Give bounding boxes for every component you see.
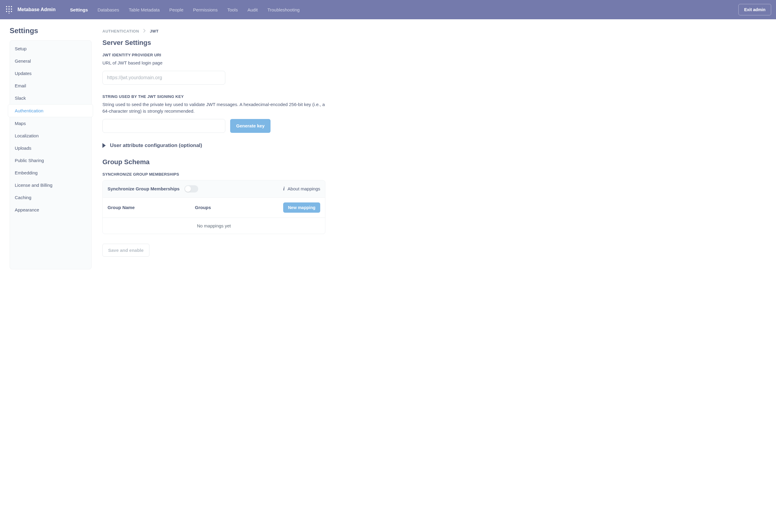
- signing-key-desc: String used to seed the private key used…: [103, 101, 325, 115]
- top-nav-item-audit[interactable]: Audit: [247, 7, 257, 12]
- disclosure-label: User attribute configuration (optional): [110, 143, 202, 149]
- signing-key-label: STRING USED BY THE JWT SIGNING KEY: [103, 94, 325, 99]
- top-nav-items: SettingsDatabasesTable MetadataPeoplePer…: [70, 7, 739, 12]
- group-schema-heading: Group Schema: [103, 158, 325, 166]
- breadcrumb-current: JWT: [150, 29, 159, 33]
- new-mapping-button[interactable]: New mapping: [283, 202, 320, 213]
- col-group-name: Group Name: [108, 205, 195, 210]
- breadcrumb: AUTHENTICATION JWT: [103, 29, 325, 33]
- sync-section-label: SYNCHRONIZE GROUP MEMBERSHIPS: [103, 172, 325, 177]
- jwt-uri-input[interactable]: [103, 71, 225, 84]
- about-mappings-label: About mappings: [288, 186, 320, 191]
- svg-point-9: [9, 13, 10, 14]
- svg-point-6: [6, 11, 7, 12]
- sidebar-item-localization[interactable]: Localization: [10, 130, 91, 142]
- svg-point-1: [8, 6, 10, 7]
- svg-point-0: [6, 6, 7, 7]
- user-attribute-disclosure[interactable]: User attribute configuration (optional): [103, 143, 325, 149]
- svg-point-5: [11, 8, 12, 10]
- chevron-right-icon: [143, 29, 146, 33]
- sidebar-item-email[interactable]: Email: [10, 79, 91, 92]
- svg-point-4: [8, 8, 10, 10]
- signing-key-input[interactable]: [103, 119, 225, 133]
- sync-toggle[interactable]: [184, 185, 198, 192]
- col-groups: Groups: [195, 205, 211, 210]
- sidebar-item-slack[interactable]: Slack: [10, 92, 91, 104]
- info-icon: i: [283, 186, 284, 192]
- page-title: Settings: [10, 26, 91, 35]
- sidebar-item-authentication[interactable]: Authentication: [8, 104, 93, 117]
- save-and-enable-button[interactable]: Save and enable: [103, 244, 149, 257]
- svg-point-7: [8, 11, 10, 12]
- exit-admin-button[interactable]: Exit admin: [738, 4, 771, 15]
- jwt-uri-label: JWT IDENTITY PROVIDER URI: [103, 53, 325, 57]
- sidebar-item-public-sharing[interactable]: Public Sharing: [10, 154, 91, 167]
- sidebar-item-caching[interactable]: Caching: [10, 191, 91, 204]
- about-mappings-link[interactable]: i About mappings: [283, 186, 320, 192]
- sidebar-item-license-and-billing[interactable]: License and Billing: [10, 179, 91, 191]
- top-nav-item-table-metadata[interactable]: Table Metadata: [129, 7, 160, 12]
- breadcrumb-parent[interactable]: AUTHENTICATION: [103, 29, 139, 33]
- sidebar-item-maps[interactable]: Maps: [10, 117, 91, 130]
- sync-toggle-label: Synchronize Group Memberships: [108, 186, 180, 191]
- server-settings-heading: Server Settings: [103, 39, 325, 47]
- sidebar-item-appearance[interactable]: Appearance: [10, 204, 91, 216]
- settings-sidebar: SetupGeneralUpdatesEmailSlackAuthenticat…: [10, 40, 91, 269]
- svg-point-3: [6, 8, 7, 10]
- top-nav-item-people[interactable]: People: [169, 7, 183, 12]
- sidebar-item-uploads[interactable]: Uploads: [10, 142, 91, 154]
- svg-point-2: [11, 6, 12, 7]
- mappings-empty: No mappings yet: [103, 217, 325, 234]
- brand-title: Metabase Admin: [17, 7, 56, 12]
- sidebar-item-setup[interactable]: Setup: [10, 42, 91, 55]
- triangle-right-icon: [103, 143, 106, 148]
- top-nav-item-settings[interactable]: Settings: [70, 7, 88, 12]
- sidebar-item-general[interactable]: General: [10, 55, 91, 67]
- top-nav-item-permissions[interactable]: Permissions: [193, 7, 218, 12]
- top-nav-item-tools[interactable]: Tools: [227, 7, 238, 12]
- admin-top-nav: Metabase Admin SettingsDatabasesTable Me…: [0, 0, 776, 19]
- top-nav-item-databases[interactable]: Databases: [98, 7, 119, 12]
- top-nav-item-troubleshooting[interactable]: Troubleshooting: [267, 7, 300, 12]
- sidebar-item-embedding[interactable]: Embedding: [10, 167, 91, 179]
- main-content: AUTHENTICATION JWT Server Settings JWT I…: [103, 26, 325, 269]
- group-memberships-box: Synchronize Group Memberships i About ma…: [103, 180, 325, 234]
- sidebar-item-updates[interactable]: Updates: [10, 67, 91, 79]
- jwt-uri-desc: URL of JWT based login page: [103, 60, 325, 66]
- svg-point-8: [11, 11, 12, 12]
- metabase-logo-icon: [5, 5, 13, 14]
- generate-key-button[interactable]: Generate key: [230, 119, 270, 133]
